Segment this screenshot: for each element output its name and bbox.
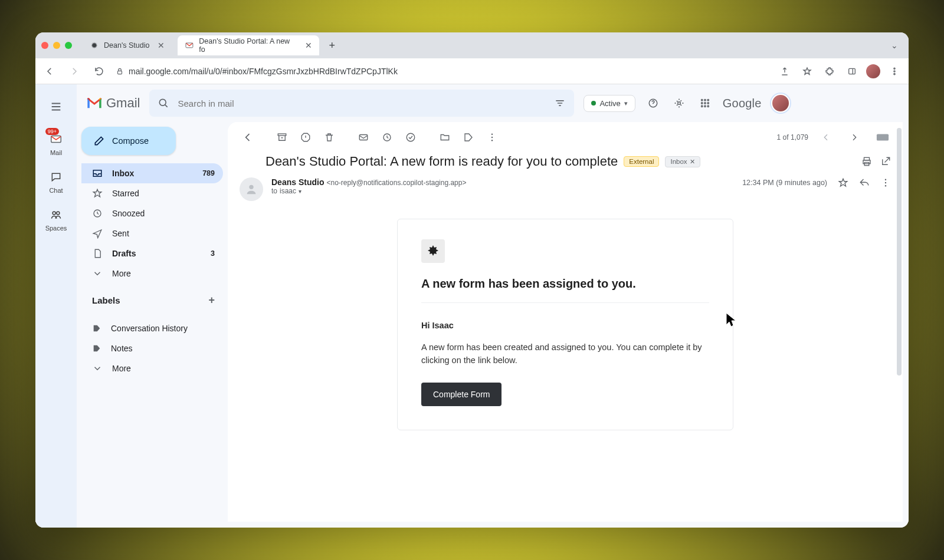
pencil-icon <box>93 135 105 147</box>
svg-rect-23 <box>359 135 368 140</box>
browser-tab-1[interactable]: ✹ Dean's Studio ✕ <box>83 35 172 55</box>
tab-title: Dean's Studio <box>104 41 149 50</box>
account-avatar[interactable] <box>771 94 790 113</box>
nav-starred[interactable]: Starred <box>81 183 223 203</box>
url-field[interactable]: mail.google.com/mail/u/0/#inbox/FMfcgzGs… <box>116 67 768 76</box>
sender-email: <no-reply@notifications.copilot-staging.… <box>326 179 466 187</box>
reply-icon[interactable] <box>859 177 870 188</box>
open-new-window-icon[interactable] <box>880 156 891 167</box>
close-window-button[interactable] <box>41 42 48 49</box>
sender-row: Deans Studio <no-reply@notifications.cop… <box>228 174 903 201</box>
rail-chat[interactable]: Chat <box>48 169 64 194</box>
share-icon[interactable] <box>776 63 793 80</box>
delete-button[interactable] <box>319 127 340 148</box>
minimize-window-button[interactable] <box>53 42 60 49</box>
settings-icon[interactable] <box>671 95 687 111</box>
scrollbar[interactable] <box>897 128 902 375</box>
nav-drafts[interactable]: Drafts 3 <box>81 243 223 263</box>
search-box[interactable] <box>149 90 574 117</box>
apps-grid-icon[interactable] <box>697 95 713 111</box>
back-to-inbox-button[interactable] <box>237 127 258 148</box>
add-label-icon[interactable]: + <box>208 294 215 307</box>
header-actions: Active ▾ Google <box>584 94 789 113</box>
compose-button[interactable]: Compose <box>81 127 176 155</box>
input-tools-button[interactable] <box>872 127 893 148</box>
recipient-line[interactable]: to isaac ▾ <box>271 187 466 195</box>
labels-button[interactable] <box>458 127 479 148</box>
tab-title: Dean's Studio Portal: A new fo <box>199 37 297 54</box>
nav-inbox[interactable]: Inbox 789 <box>81 163 223 183</box>
to-prefix: to <box>271 187 277 195</box>
message-time: 12:34 PM (9 minutes ago) <box>742 179 827 187</box>
labels-more[interactable]: More <box>81 358 223 378</box>
nav-sent[interactable]: Sent <box>81 223 223 243</box>
next-message-button[interactable] <box>844 127 865 148</box>
svg-point-12 <box>701 100 702 101</box>
status-chip[interactable]: Active ▾ <box>584 95 635 112</box>
prev-message-button[interactable] <box>815 127 837 148</box>
spaces-icon <box>48 207 64 222</box>
nav-label: Inbox <box>112 169 134 178</box>
forward-button[interactable] <box>66 63 83 80</box>
report-spam-button[interactable] <box>295 127 316 148</box>
chevron-down-icon: ▾ <box>624 100 628 107</box>
message-more-icon[interactable] <box>880 177 891 188</box>
label-conversation-history[interactable]: Conversation History <box>81 318 223 338</box>
nav-label: More <box>112 364 131 373</box>
star-message-icon[interactable] <box>838 177 848 188</box>
svg-point-4 <box>894 70 895 71</box>
label-notes[interactable]: Notes <box>81 338 223 358</box>
svg-point-25 <box>407 133 415 141</box>
svg-point-26 <box>491 134 493 135</box>
tabs-dropdown-icon[interactable]: ⌄ <box>886 41 903 50</box>
print-icon[interactable] <box>861 156 872 167</box>
main-menu-button[interactable] <box>44 95 68 118</box>
subject-row: Dean's Studio Portal: A new form is read… <box>228 153 903 174</box>
email-subject: Dean's Studio Portal: A new form is read… <box>266 154 618 169</box>
back-button[interactable] <box>41 63 58 80</box>
kebab-icon[interactable] <box>886 63 903 80</box>
rail-label: Chat <box>49 187 63 194</box>
remove-label-icon[interactable]: ✕ <box>690 158 695 166</box>
new-tab-button[interactable]: + <box>325 39 339 52</box>
inbox-icon <box>92 168 103 179</box>
support-icon[interactable] <box>645 95 661 111</box>
rail-mail[interactable]: 99+ Mail <box>48 131 64 156</box>
snooze-button[interactable] <box>376 127 398 148</box>
sidepanel-icon[interactable] <box>844 63 860 80</box>
sender-info: Deans Studio <no-reply@notifications.cop… <box>271 177 466 195</box>
sender-avatar[interactable] <box>240 177 263 201</box>
file-icon <box>92 248 103 259</box>
profile-avatar[interactable] <box>866 64 880 78</box>
move-to-button[interactable] <box>434 127 455 148</box>
maximize-window-button[interactable] <box>65 42 72 49</box>
close-tab-icon[interactable]: ✕ <box>158 41 165 50</box>
extensions-icon[interactable] <box>821 63 838 80</box>
complete-form-button[interactable]: Complete Form <box>421 383 502 406</box>
nav-label: Drafts <box>112 249 136 258</box>
nav-snoozed[interactable]: Snoozed <box>81 203 223 223</box>
svg-point-17 <box>707 103 709 104</box>
archive-button[interactable] <box>271 127 293 148</box>
external-chip: External <box>624 156 659 167</box>
rail-spaces[interactable]: Spaces <box>45 207 67 232</box>
gmail-app: 99+ Mail Chat Spaces <box>35 84 909 528</box>
bookmark-icon[interactable] <box>799 63 815 80</box>
omnibox-actions <box>776 63 903 80</box>
address-bar: mail.google.com/mail/u/0/#inbox/FMfcgzGs… <box>35 58 909 84</box>
search-icon <box>158 97 169 109</box>
message-toolbar: 1 of 1,079 <box>228 122 903 153</box>
add-to-tasks-button[interactable] <box>400 127 421 148</box>
close-tab-icon[interactable]: ✕ <box>305 41 312 50</box>
to-name: isaac <box>280 187 296 195</box>
search-input[interactable] <box>176 98 547 109</box>
svg-point-35 <box>885 182 886 183</box>
browser-tab-2[interactable]: Dean's Studio Portal: A new fo ✕ <box>178 35 319 55</box>
mark-unread-button[interactable] <box>353 127 374 148</box>
nav-more[interactable]: More <box>81 263 223 284</box>
search-options-icon[interactable] <box>554 97 566 109</box>
inbox-chip[interactable]: Inbox ✕ <box>665 156 700 167</box>
gmail-logo[interactable]: Gmail <box>86 95 140 111</box>
reload-button[interactable] <box>91 63 107 80</box>
more-actions-button[interactable] <box>481 127 503 148</box>
